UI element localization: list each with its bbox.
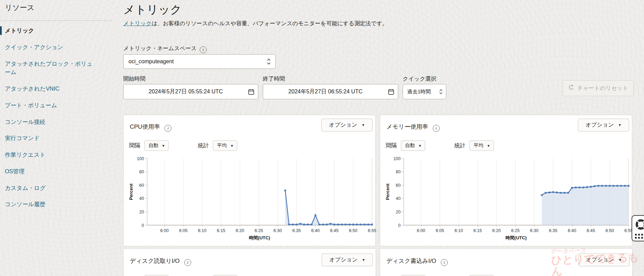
svg-text:6:50: 6:50 [349,228,357,233]
cpu-usage-chart[interactable]: 6:006:056:106:156:206:256:306:356:406:45… [124,153,376,243]
svg-text:100: 100 [137,156,144,161]
sidebar-item[interactable]: カスタム・ログ [0,184,94,192]
caret-down-icon: ▼ [230,144,234,148]
svg-text:6:25: 6:25 [254,228,263,233]
disk-write-card: ディスク書込みI/O i オプション▼ 間隔 自動▼ 統計 平均▼ [380,248,633,276]
disk-read-card: ディスク読取りI/O i オプション▼ 間隔 自動▼ 統計 平均▼ [123,248,376,276]
caret-down-icon: ▼ [361,123,365,127]
chart-controls: 間隔 自動▼ 統計 平均▼ [386,140,494,151]
stat-select[interactable]: 平均▼ [213,140,237,151]
sidebar-item[interactable]: 作業リクエスト [0,150,94,159]
options-button[interactable]: オプション▼ [578,254,629,266]
svg-text:6:55: 6:55 [368,228,376,233]
lifebuoy-icon[interactable] [635,219,644,232]
svg-text:6:10: 6:10 [198,228,206,233]
svg-text:40: 40 [139,196,144,201]
svg-text:6:15: 6:15 [473,228,482,233]
namespace-select[interactable]: oci_computeagent [123,54,276,69]
svg-text:Percent: Percent [385,183,390,200]
svg-text:6:35: 6:35 [549,228,557,233]
refresh-icon [568,84,574,92]
svg-text:6:50: 6:50 [606,228,614,233]
svg-text:6:00: 6:00 [160,228,169,233]
caret-down-icon: ▼ [487,144,490,148]
svg-text:6:35: 6:35 [292,228,301,233]
svg-text:6:10: 6:10 [455,228,463,233]
svg-text:6:00: 6:00 [417,228,425,233]
card-title: CPU使用率 [130,123,160,130]
start-time-value: 2024年5月27日 05:55:24 UTC [124,88,248,95]
sidebar-item[interactable]: ブート・ボリューム [0,101,94,110]
chevron-updown-icon [439,88,446,95]
sidebar-divider [0,20,111,21]
svg-text:20: 20 [139,210,144,214]
stat-select[interactable]: 平均▼ [469,140,494,151]
svg-text:6:05: 6:05 [436,228,444,233]
quick-select[interactable]: 過去1時間 [403,84,446,99]
quick-select-label: クイック選択 [403,75,437,83]
sidebar-item[interactable]: 実行コマンド [0,134,94,142]
caret-down-icon: ▼ [418,144,422,148]
start-time-label: 開始時間 [123,75,145,83]
svg-text:時間(UTC): 時間(UTC) [249,235,270,240]
svg-text:6:20: 6:20 [236,228,244,233]
svg-text:6:05: 6:05 [179,228,187,233]
svg-text:40: 40 [396,196,401,201]
calendar-icon[interactable] [388,89,398,95]
oci-metrics-page: リソース メトリッククイック・アクションアタッチされたブロック・ボリュームアタッ… [0,0,644,276]
dots-grid-icon[interactable] [635,234,643,239]
sidebar-item[interactable]: メトリック [0,26,94,35]
chevron-updown-icon [267,58,275,65]
interval-select[interactable]: 自動▼ [144,140,169,151]
reset-charts-button[interactable]: チャートのリセット [563,80,634,96]
namespace-info-icon[interactable]: i [200,46,207,53]
options-button[interactable]: オプション▼ [321,119,373,131]
caret-down-icon: ▼ [362,258,365,262]
metric-doc-link[interactable]: メトリック [123,20,152,26]
end-time-input[interactable]: 2024年5月27日 06:55:24 UTC [263,84,398,99]
svg-text:6:45: 6:45 [587,228,595,233]
svg-text:20: 20 [396,210,401,214]
quick-select-value: 過去1時間 [403,89,439,95]
help-launcher-widget[interactable] [632,215,644,241]
svg-text:60: 60 [396,183,401,188]
svg-text:6:30: 6:30 [274,228,282,233]
sidebar-item[interactable]: OS管理 [0,167,94,176]
svg-text:6:30: 6:30 [530,228,538,233]
svg-text:6:45: 6:45 [330,228,338,233]
caret-down-icon: ▼ [162,144,165,148]
calendar-icon[interactable] [248,89,258,95]
sidebar-nav: メトリッククイック・アクションアタッチされたブロック・ボリュームアタッチされたV… [0,26,96,217]
end-time-value: 2024年5月27日 06:55:24 UTC [263,88,388,95]
svg-text:6:20: 6:20 [492,228,501,233]
description-text: は、お客様のリソースのヘルスや容量、パフォーマンスのモニターを可能にする測定法で… [152,20,388,26]
info-icon[interactable]: i [164,125,171,132]
start-time-input[interactable]: 2024年5月27日 05:55:24 UTC [123,84,258,99]
memory-usage-card: メモリー使用率 i オプション▼ 間隔 自動▼ 統計 平均▼ 6:006:056… [380,115,632,246]
cpu-usage-card: CPU使用率 i オプション▼ 間隔 自動▼ 統計 平均▼ 6:006:056:… [123,115,376,246]
svg-text:6:25: 6:25 [511,228,519,233]
options-button[interactable]: オプション▼ [578,119,629,131]
info-icon[interactable]: i [433,125,440,132]
info-icon[interactable]: i [441,259,448,266]
card-title: ディスク読取りI/O [130,258,180,264]
sidebar-item[interactable]: コンソール履歴 [0,200,94,209]
sidebar-item[interactable]: アタッチされたVNIC [0,84,94,93]
card-title: ディスク書込みI/O [386,258,436,264]
options-button[interactable]: オプション▼ [322,254,373,266]
svg-text:80: 80 [396,169,401,174]
sidebar-item[interactable]: アタッチされたブロック・ボリューム [0,59,94,77]
svg-text:時間(UTC): 時間(UTC) [506,235,527,240]
interval-select[interactable]: 自動▼ [401,140,425,151]
memory-usage-chart[interactable]: 6:006:056:106:156:206:256:306:356:406:45… [380,153,633,243]
sidebar-item[interactable]: クイック・アクション [0,43,94,52]
page-title: メトリック [123,2,182,18]
svg-text:Percent: Percent [128,183,134,200]
svg-text:6:15: 6:15 [217,228,225,233]
svg-text:6:40: 6:40 [311,228,320,233]
caret-down-icon: ▼ [618,258,622,262]
sidebar-item[interactable]: コンソール接続 [0,118,94,126]
info-icon[interactable]: i [184,259,191,266]
page-description: メトリックは、お客様のリソースのヘルスや容量、パフォーマンスのモニターを可能にす… [123,20,388,27]
svg-text:0: 0 [398,223,401,228]
